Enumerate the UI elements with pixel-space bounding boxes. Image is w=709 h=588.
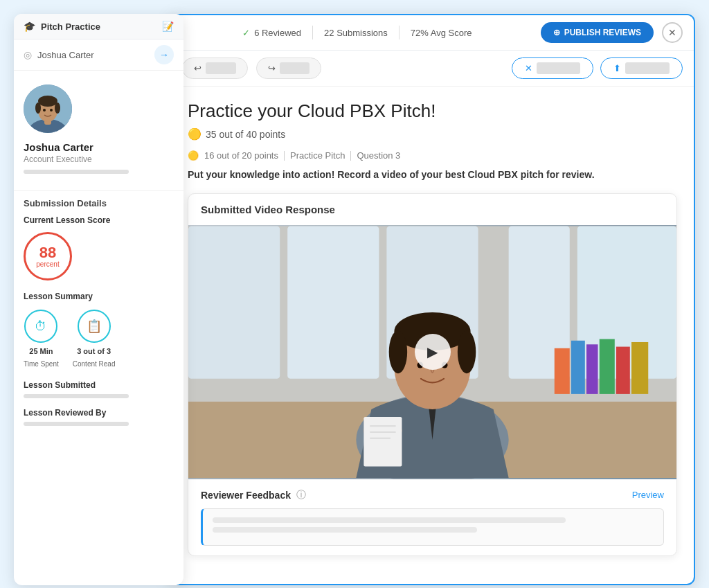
header-stats: ✓ 6 Reviewed 22 Submissions 72% Avg Scor… xyxy=(242,26,472,39)
meta-divider-2 xyxy=(350,151,351,161)
panel-header: 🎓 Pitch Practice 📝 xyxy=(14,14,183,39)
content-read-label: Content Read xyxy=(73,359,116,369)
points-badge: 🟡 35 out of 40 points xyxy=(188,127,677,141)
question-category: Practice Pitch xyxy=(290,150,345,161)
export-button[interactable]: ⬆ xyxy=(600,57,683,79)
submissions-stat: 22 Submissions xyxy=(324,28,388,38)
submission-details-title: Submission Details xyxy=(24,198,174,208)
feedback-title: Reviewer Feedback xyxy=(201,490,291,501)
feedback-section: Reviewer Feedback ⓘ Preview xyxy=(188,479,676,555)
app-container: 🎓 Pitch Practice 📝 ◎ Joshua Carter → xyxy=(14,14,695,585)
score-percent: percent xyxy=(36,260,59,268)
close-button[interactable]: ✕ xyxy=(662,22,683,43)
user-title: Account Executive xyxy=(24,154,92,164)
svg-rect-12 xyxy=(287,226,379,379)
lesson-summary-title: Lesson Summary xyxy=(24,292,174,301)
meta-divider-1 xyxy=(284,151,285,161)
question-points-icon: 🟡 xyxy=(188,150,199,161)
lesson-submitted-row: Lesson Submitted xyxy=(24,380,174,398)
divider-1 xyxy=(14,190,183,191)
score-label: Current Lesson Score xyxy=(24,215,174,225)
next-user-button[interactable]: → xyxy=(154,45,174,64)
user-name: Joshua Carter xyxy=(24,141,93,153)
svg-rect-20 xyxy=(616,347,630,394)
nav-user-name: Joshua Carter xyxy=(37,50,94,60)
points-text: 35 out of 40 points xyxy=(206,129,285,140)
lesson-reviewed-label: Lesson Reviewed By xyxy=(24,408,174,418)
question-points: 16 out of 20 points xyxy=(204,150,278,161)
question-prompt: Put your knowledge into action! Record a… xyxy=(188,168,677,182)
timer-icon: ⏱ xyxy=(35,319,47,334)
play-icon: ▶ xyxy=(427,344,438,360)
time-spent-item: ⏱ 25 Min Time Spent xyxy=(24,310,59,369)
reviewed-stat: ✓ 6 Reviewed xyxy=(242,28,301,38)
svg-rect-21 xyxy=(631,342,648,394)
time-spent-label: Time Spent xyxy=(24,359,59,369)
lesson-submitted-label: Lesson Submitted xyxy=(24,380,174,390)
svg-point-8 xyxy=(43,109,46,112)
undo-icon: ↩ xyxy=(194,63,201,73)
svg-rect-16 xyxy=(555,348,570,394)
avatar-image xyxy=(24,84,72,133)
svg-rect-19 xyxy=(600,339,615,394)
user-bar xyxy=(24,170,129,174)
reject-button[interactable]: ✕ xyxy=(512,57,594,79)
feedback-textarea-container[interactable] xyxy=(201,508,664,546)
stat-divider-2 xyxy=(399,26,400,39)
feedback-header: Reviewer Feedback ⓘ Preview xyxy=(201,489,664,501)
redo-button[interactable]: ↪ xyxy=(256,57,322,79)
question-meta: 🟡 16 out of 20 points Practice Pitch Que… xyxy=(188,150,677,161)
feedback-line-1 xyxy=(213,517,566,523)
redo-label xyxy=(280,62,310,74)
submission-details: Submission Details Current Lesson Score … xyxy=(14,198,183,445)
lesson-submitted-value xyxy=(24,394,129,398)
document-icon: 📋 xyxy=(87,319,102,334)
main-content: Practice your Cloud PBX Pitch! 🟡 35 out … xyxy=(171,87,694,584)
check-icon: ✓ xyxy=(242,28,250,38)
video-card-header: Submitted Video Response xyxy=(188,194,676,225)
reject-label xyxy=(537,62,581,74)
lesson-reviewed-row: Lesson Reviewed By xyxy=(24,408,174,426)
svg-rect-11 xyxy=(188,226,280,379)
score-number: 88 xyxy=(39,245,56,260)
svg-point-6 xyxy=(35,103,41,114)
svg-point-5 xyxy=(38,96,57,107)
svg-rect-32 xyxy=(364,417,402,467)
timer-icon-circle: ⏱ xyxy=(24,310,57,343)
undo-button[interactable]: ↩ xyxy=(182,57,248,79)
avg-score: 72% Avg Score xyxy=(411,28,472,38)
publish-button[interactable]: ⊕ PUBLISH REVIEWS xyxy=(541,22,654,43)
right-panel: ✓ 6 Reviewed 22 Submissions 72% Avg Scor… xyxy=(170,14,695,585)
stat-divider-1 xyxy=(312,26,313,39)
user-circle-icon: ◎ xyxy=(24,49,32,60)
reviewed-count: 6 Reviewed xyxy=(254,28,301,38)
lesson-title: Practice your Cloud PBX Pitch! xyxy=(188,100,677,122)
content-read-value: 3 out of 3 xyxy=(77,347,111,355)
feedback-line-2 xyxy=(213,527,477,533)
video-section-title: Submitted Video Response xyxy=(201,204,335,215)
user-profile: Joshua Carter Account Executive xyxy=(14,71,183,184)
lesson-reviewed-value xyxy=(24,422,129,426)
svg-rect-17 xyxy=(571,341,585,394)
undo-label xyxy=(206,62,236,74)
svg-point-27 xyxy=(389,330,407,373)
export-label xyxy=(625,62,670,74)
panel-header-actions: 📝 xyxy=(162,21,174,32)
publish-label: PUBLISH REVIEWS xyxy=(564,28,641,37)
avg-score-stat: 72% Avg Score xyxy=(411,28,472,38)
nav-row: ◎ Joshua Carter → xyxy=(14,39,183,71)
reject-icon: ✕ xyxy=(525,63,532,73)
preview-link[interactable]: Preview xyxy=(632,490,664,500)
edit-icon: 📝 xyxy=(162,21,174,32)
left-panel: 🎓 Pitch Practice 📝 ◎ Joshua Carter → xyxy=(14,14,183,585)
feedback-info-icon: ⓘ xyxy=(296,489,306,501)
export-icon: ⬆ xyxy=(613,63,621,73)
redo-icon: ↪ xyxy=(268,63,276,73)
svg-point-28 xyxy=(458,330,476,373)
time-spent-value: 25 Min xyxy=(29,347,53,355)
right-header: ✓ 6 Reviewed 22 Submissions 72% Avg Scor… xyxy=(171,15,694,51)
svg-point-7 xyxy=(55,103,60,114)
play-button[interactable]: ▶ xyxy=(415,334,451,370)
nav-controls: ↩ ↪ ✕ ⬆ xyxy=(171,51,694,87)
svg-rect-18 xyxy=(586,344,598,394)
